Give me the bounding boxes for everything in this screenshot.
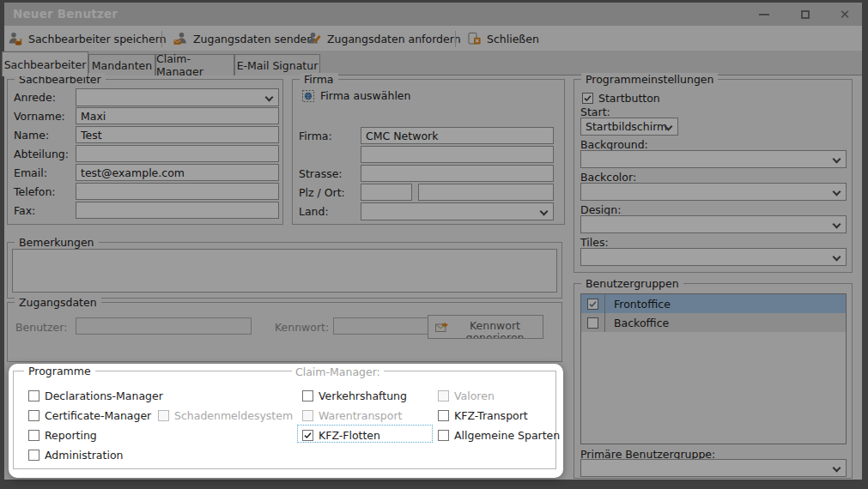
checkbox-unchecked-icon (438, 410, 449, 421)
checkbox-allgemeine-sparten[interactable]: Allgemeine Sparten (438, 427, 560, 443)
checkbox-label: Declarations-Manager (45, 389, 163, 402)
checkbox-label: Schadenmeldesystem (174, 409, 293, 422)
checkbox-label: Warentransport (319, 409, 402, 422)
checkbox-unchecked-icon (28, 410, 39, 421)
checkbox-disabled-icon (302, 410, 313, 421)
checkbox-unchecked-icon (28, 430, 39, 441)
checkbox-label: Valoren (454, 389, 495, 402)
checkbox-label: Certificate-Manager (45, 409, 151, 422)
checkbox-warentransport[interactable]: Warentransport (302, 408, 402, 423)
checkbox-label: Reporting (45, 429, 97, 442)
group-title: Programme (24, 365, 95, 377)
checkbox-valoren[interactable]: Valoren (438, 388, 495, 403)
checkbox-label: KFZ-Flotten (319, 429, 380, 442)
new-user-dialog: Neuer Benutzer ✕ Sachbearbeiter speicher… (0, 0, 868, 489)
checkbox-unchecked-icon (438, 430, 449, 441)
checkbox-certificate-manager[interactable]: Certificate-Manager (28, 408, 151, 423)
checkbox-schadenmeldesystem[interactable]: Schadenmeldesystem (158, 408, 293, 423)
checkbox-unchecked-icon (28, 450, 39, 461)
checkbox-checked-icon (302, 430, 313, 441)
checkbox-unchecked-icon (302, 390, 313, 401)
checkbox-administration[interactable]: Administration (28, 447, 123, 462)
checkbox-reporting[interactable]: Reporting (28, 427, 97, 443)
claim-manager-section-label: Claim-Manager: (292, 365, 384, 378)
checkbox-label: Verkehrshaftung (319, 389, 407, 402)
checkbox-label: Administration (45, 449, 123, 462)
checkbox-verkehrshaftung[interactable]: Verkehrshaftung (302, 388, 407, 403)
programme-spotlight-panel: Programme Claim-Manager: Declarations-Ma… (9, 364, 563, 478)
checkbox-label: Allgemeine Sparten (454, 429, 560, 442)
checkbox-disabled-icon (438, 390, 449, 401)
checkbox-declarations-manager[interactable]: Declarations-Manager (28, 388, 163, 403)
checkbox-unchecked-icon (28, 390, 39, 401)
checkbox-disabled-icon (158, 410, 169, 421)
checkbox-kfz-flotten[interactable]: KFZ-Flotten (302, 427, 380, 443)
checkbox-kfz-transport[interactable]: KFZ-Transport (438, 408, 528, 423)
checkbox-label: KFZ-Transport (454, 409, 528, 422)
